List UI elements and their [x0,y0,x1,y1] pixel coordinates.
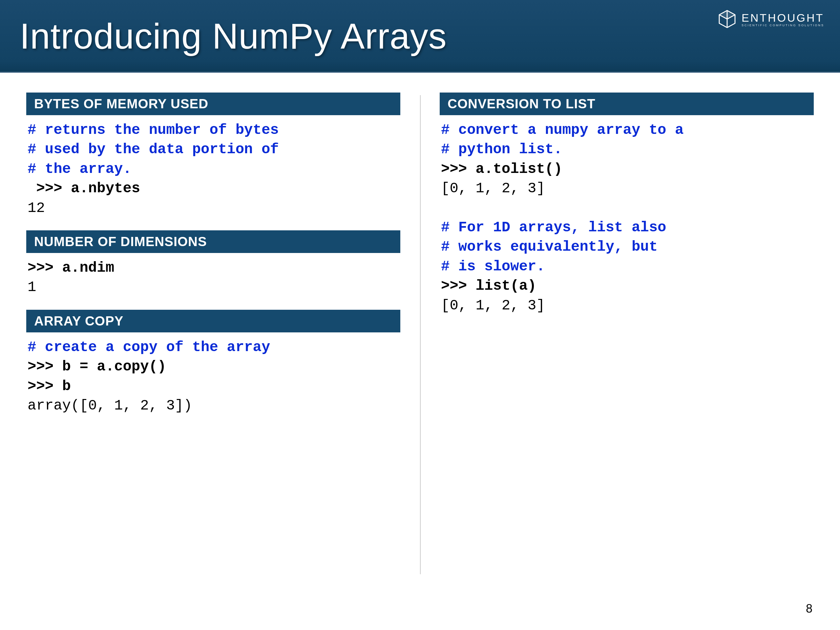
section-bytes: BYTES OF MEMORY USED # returns the numbe… [26,93,400,218]
section-header: CONVERSION TO LIST [440,93,814,115]
code-output: [0, 1, 2, 3] [441,180,545,197]
slide-title: Introducing NumPy Arrays [20,15,820,57]
logo-name-light: EN [742,11,759,24]
page-number: 8 [806,602,812,616]
code-prompt: >>> b [28,378,71,395]
code-prompt: >>> list(a) [441,278,536,294]
section-tolist: CONVERSION TO LIST # convert a numpy arr… [440,93,814,315]
code-comment: # the array. [28,161,131,177]
section-copy: ARRAY COPY # create a copy of the array … [26,310,400,416]
code-comment: # works equivalently, but [441,238,658,255]
logo-tagline: SCIENTIFIC COMPUTING SOLUTIONS [742,24,824,27]
section-header: ARRAY COPY [26,310,400,332]
code-comment: # used by the data portion of [28,141,279,158]
code-output: 12 [28,200,45,216]
section-header: BYTES OF MEMORY USED [26,93,400,115]
column-divider [420,95,421,574]
code-output: array([0, 1, 2, 3]) [28,397,192,414]
code-comment: # returns the number of bytes [28,122,279,138]
code-blank [441,200,450,216]
code-comment: # is slower. [441,258,545,275]
code-prompt: >>> a.nbytes [28,180,140,197]
code-output: [0, 1, 2, 3] [441,297,545,314]
section-header: NUMBER OF DIMENSIONS [26,231,400,253]
logo-name-bold: THOUGHT [759,11,824,24]
code-comment: # convert a numpy array to a [441,122,684,138]
code-block: >>> a.ndim 1 [26,258,400,297]
title-bar: Introducing NumPy Arrays ENTHOUGHT [0,0,840,73]
code-prompt: >>> b = a.copy() [28,358,166,375]
code-comment: # create a copy of the array [28,339,270,355]
svg-marker-0 [719,11,735,19]
section-ndim: NUMBER OF DIMENSIONS >>> a.ndim 1 [26,231,400,297]
right-column: CONVERSION TO LIST # convert a numpy arr… [440,93,814,624]
code-prompt: >>> a.ndim [28,259,114,276]
left-column: BYTES OF MEMORY USED # returns the numbe… [26,93,400,624]
code-prompt: >>> a.tolist() [441,161,562,177]
code-block: # convert a numpy array to a # python li… [440,120,814,315]
code-block: # create a copy of the array >>> b = a.c… [26,338,400,416]
code-comment: # For 1D arrays, list also [441,219,666,235]
brand-logo: ENTHOUGHT SCIENTIFIC COMPUTING SOLUTIONS [717,9,824,29]
code-block: # returns the number of bytes # used by … [26,120,400,218]
slide: Introducing NumPy Arrays ENTHOUGHT [0,0,840,630]
code-output: 1 [28,279,36,295]
logo-text: ENTHOUGHT SCIENTIFIC COMPUTING SOLUTIONS [742,11,824,27]
content-area: BYTES OF MEMORY USED # returns the numbe… [0,73,840,630]
code-comment: # python list. [441,141,562,158]
logo-icon [717,9,737,29]
